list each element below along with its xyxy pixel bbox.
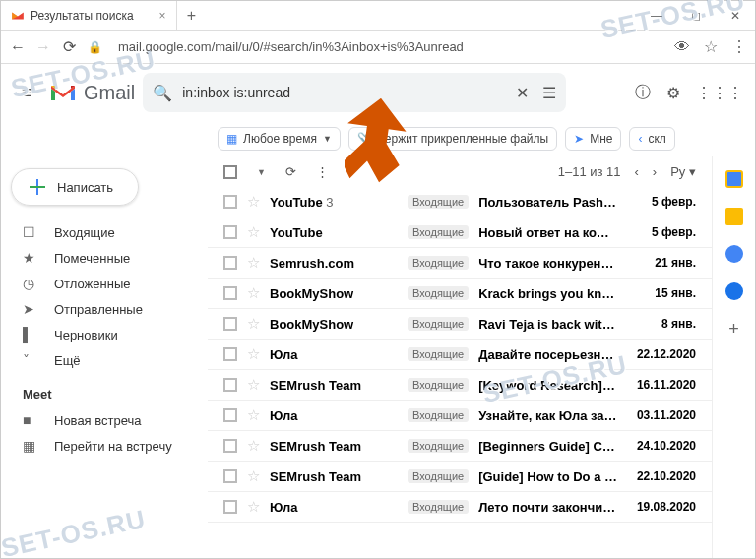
star-icon[interactable]: ☆ — [247, 315, 260, 333]
compose-button[interactable]: Написать — [11, 168, 139, 206]
more-icon[interactable]: ⋮ — [316, 164, 329, 179]
star-icon[interactable]: ☆ — [247, 284, 260, 302]
email-row[interactable]: ☆ЮлаВходящиеЛето почти закончил...19.08.… — [208, 492, 712, 523]
star-icon[interactable]: ☆ — [247, 223, 260, 241]
page-next-icon[interactable]: › — [653, 164, 657, 179]
nav-icon: ▌ — [23, 327, 40, 342]
gmail-logo[interactable]: Gmail — [48, 82, 135, 104]
chip-time[interactable]: ▦Любое время▼ — [218, 127, 341, 151]
row-checkbox[interactable] — [223, 256, 237, 270]
date: 16.11.2020 — [627, 378, 696, 392]
window-maximize[interactable]: ◻ — [676, 1, 716, 31]
row-checkbox[interactable] — [223, 500, 237, 514]
sidebar-item-1[interactable]: ★Помеченные — [1, 245, 208, 271]
meet-join[interactable]: ▦Перейти на встречу — [1, 433, 208, 459]
chip-to-me[interactable]: ➤Мне — [565, 127, 621, 151]
close-tab-icon[interactable]: × — [159, 9, 166, 23]
star-icon[interactable]: ☆ — [247, 376, 260, 394]
support-icon[interactable]: ⓘ — [635, 83, 651, 103]
email-row[interactable]: ☆SEMrush TeamВходящие[Guide] How to Do a… — [208, 462, 712, 492]
email-row[interactable]: ☆SEMrush TeamВходящие[Keyword Research] … — [208, 370, 712, 401]
apps-grid-icon[interactable]: ⋮⋮⋮ — [696, 84, 743, 102]
date: 22.10.2020 — [627, 469, 696, 483]
email-row[interactable]: ☆ЮлаВходящиеДавайте посерьезнее -22.12.2… — [208, 340, 712, 370]
search-icon[interactable]: 🔍 — [153, 84, 172, 102]
tasks-app-icon[interactable] — [725, 245, 743, 263]
bookmark-star-icon[interactable]: ☆ — [704, 37, 718, 56]
search-input[interactable] — [182, 85, 506, 100]
nav-reload-icon[interactable]: ⟳ — [60, 37, 78, 56]
window-minimize[interactable]: ― — [637, 1, 676, 31]
contacts-app-icon[interactable] — [725, 282, 743, 300]
row-checkbox[interactable] — [223, 225, 237, 239]
search-bar[interactable]: 🔍 ✕ ☰ — [143, 73, 566, 112]
keep-app-icon[interactable] — [725, 208, 743, 225]
nav-back-icon[interactable]: ← — [9, 38, 27, 56]
row-checkbox[interactable] — [223, 195, 237, 209]
email-row[interactable]: ☆BookMyShowВходящиеKrack brings you knuc… — [208, 279, 712, 309]
row-checkbox[interactable] — [223, 317, 237, 331]
new-tab-button[interactable]: + — [177, 7, 206, 25]
date: 22.12.2020 — [627, 347, 696, 361]
sender: Semrush.com — [270, 256, 398, 271]
browser-menu-icon[interactable]: ⋮ — [731, 37, 747, 56]
star-icon[interactable]: ☆ — [247, 254, 260, 272]
sidebar-item-3[interactable]: ➤Отправленные — [1, 296, 208, 322]
star-icon[interactable]: ☆ — [247, 437, 260, 455]
email-row[interactable]: ☆YouTube 3ВходящиеПользователь Pashka ..… — [208, 187, 712, 217]
label-badge: Входящие — [408, 347, 469, 361]
tab-title: Результаты поиска — [31, 9, 134, 23]
star-icon[interactable]: ☆ — [247, 345, 260, 363]
star-icon[interactable]: ☆ — [247, 467, 260, 485]
url-field[interactable]: mail.google.com/mail/u/0/#search/in%3Ain… — [112, 35, 664, 58]
settings-gear-icon[interactable]: ⚙ — [666, 84, 680, 102]
chevron-down-icon[interactable]: ▼ — [257, 167, 266, 177]
chip-attachment[interactable]: 📎держит прикрепленные файлы — [348, 127, 557, 151]
email-row[interactable]: ☆Semrush.comВходящиеЧто такое конкурентн… — [208, 248, 712, 279]
sidebar-item-4[interactable]: ▌Черновики — [1, 322, 208, 347]
row-checkbox[interactable] — [223, 378, 237, 392]
select-all-checkbox[interactable] — [223, 165, 237, 179]
star-icon[interactable]: ☆ — [247, 193, 260, 211]
window-close[interactable]: ✕ — [716, 1, 755, 31]
email-row[interactable]: ☆YouTubeВходящиеНовый ответ на комм...5 … — [208, 217, 712, 248]
email-row[interactable]: ☆BookMyShowВходящиеRavi Teja is back wit… — [208, 309, 712, 340]
meet-new[interactable]: ■Новая встреча — [1, 407, 208, 433]
page-prev-icon[interactable]: ‹ — [635, 164, 639, 179]
row-checkbox[interactable] — [223, 408, 237, 422]
row-checkbox[interactable] — [223, 469, 237, 483]
label-badge: Входящие — [408, 225, 469, 239]
email-row[interactable]: ☆SEMrush TeamВходящие[Beginners Guide] C… — [208, 431, 712, 462]
sidebar-item-2[interactable]: ◷Отложенные — [1, 271, 208, 296]
nav-forward-icon: → — [34, 38, 52, 56]
sender: YouTube 3 — [270, 195, 398, 210]
subject: [Guide] How to Do a C... — [478, 469, 617, 484]
input-lang[interactable]: Ру ▾ — [670, 164, 696, 179]
email-row[interactable]: ☆ЮлаВходящиеУзнайте, как Юла заб...03.11… — [208, 401, 712, 431]
row-checkbox[interactable] — [223, 439, 237, 453]
row-checkbox[interactable] — [223, 286, 237, 300]
add-app-icon[interactable]: + — [725, 320, 743, 338]
label-badge: Входящие — [408, 408, 469, 422]
nav-icon: ★ — [23, 250, 40, 266]
label-badge: Входящие — [408, 286, 469, 300]
clear-search-icon[interactable]: ✕ — [516, 84, 529, 102]
main-menu-icon[interactable]: ≡ — [13, 83, 40, 103]
browser-tab[interactable]: Результаты поиска × — [1, 1, 177, 31]
search-options-icon[interactable]: ☰ — [542, 84, 556, 102]
nav-icon: ➤ — [23, 301, 40, 317]
lock-icon[interactable]: 🔒 — [88, 40, 102, 54]
chevron-down-icon: ▼ — [323, 134, 332, 144]
keyboard-icon: ▦ — [23, 438, 40, 454]
star-icon[interactable]: ☆ — [247, 406, 260, 424]
sidebar-item-5[interactable]: ˅Ещё — [1, 347, 208, 373]
calendar-app-icon[interactable] — [725, 170, 743, 188]
star-icon[interactable]: ☆ — [247, 498, 260, 516]
row-checkbox[interactable] — [223, 347, 237, 361]
chip-exclude[interactable]: ‹скл — [629, 127, 674, 151]
eye-icon[interactable]: 👁 — [674, 38, 690, 56]
subject: Новый ответ на комм... — [478, 225, 617, 240]
refresh-icon[interactable]: ⟳ — [285, 164, 296, 179]
sidebar-item-0[interactable]: ☐Входящие — [1, 219, 208, 245]
sender: YouTube — [270, 225, 398, 240]
